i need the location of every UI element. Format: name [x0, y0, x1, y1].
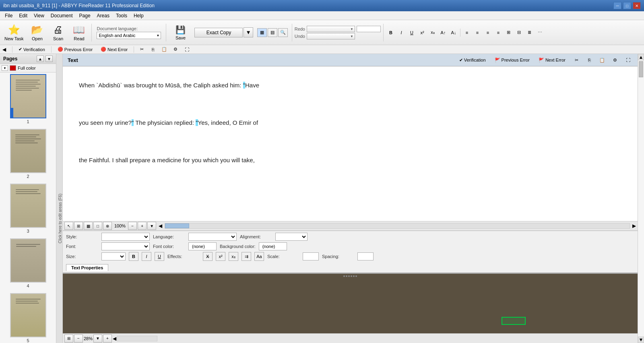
- zoom-dropdown-button[interactable]: ▼: [147, 222, 156, 230]
- rtl-button[interactable]: ⇉: [242, 252, 251, 261]
- language-select[interactable]: [188, 233, 237, 241]
- page-thumb-3[interactable]: 3: [2, 184, 54, 233]
- scan-horizontal-scrollbar[interactable]: [117, 336, 157, 341]
- alignment-select[interactable]: [275, 233, 308, 241]
- cut-button[interactable]: ✂: [137, 45, 146, 54]
- close-button[interactable]: ✕: [633, 2, 641, 9]
- bold-button[interactable]: B: [386, 28, 396, 37]
- align-center-button[interactable]: ≡: [473, 28, 482, 37]
- menu-areas[interactable]: Areas: [94, 12, 113, 19]
- paste-button[interactable]: 📋: [160, 45, 169, 54]
- scroll-up-button[interactable]: ▲: [638, 54, 644, 60]
- redo-extra-input[interactable]: [357, 26, 381, 32]
- header-settings-button[interactable]: ⚙: [610, 56, 620, 64]
- exact-copy-button[interactable]: Exact Copy: [194, 28, 243, 37]
- header-fullscreen-button[interactable]: ⛶: [623, 56, 633, 64]
- subscript-button[interactable]: x₂: [428, 28, 438, 37]
- menu-view[interactable]: View: [31, 12, 47, 19]
- text-properties-tab[interactable]: Text Properties: [66, 264, 108, 271]
- scan-zoom-in-button[interactable]: +: [103, 335, 112, 343]
- horizontal-scrollbar[interactable]: [165, 223, 630, 229]
- header-prev-error-button[interactable]: 🚩 Previous Error: [492, 57, 533, 64]
- bold-fmt-button[interactable]: B: [129, 252, 138, 261]
- text-tool-delete-button[interactable]: ⊗: [103, 222, 112, 230]
- spacing-input[interactable]: [357, 252, 374, 260]
- bg-color-display[interactable]: (none): [259, 242, 287, 250]
- font-select[interactable]: [101, 242, 150, 250]
- full-color-swatch[interactable]: [10, 65, 16, 71]
- page-thumb-5[interactable]: 5: [2, 293, 54, 343]
- text-tool-select-button[interactable]: ↖: [64, 222, 73, 230]
- superscript-button[interactable]: x²: [417, 28, 427, 37]
- scan-zoom-dropdown-button[interactable]: ▼: [93, 335, 102, 343]
- scan-zoom-out-button[interactable]: −: [74, 335, 83, 343]
- next-error-button[interactable]: 🔴 Next Error: [98, 46, 130, 53]
- save-button[interactable]: 💾 Save: [170, 22, 190, 43]
- open-button[interactable]: 📂 Open: [27, 22, 47, 43]
- scale-input[interactable]: [303, 252, 319, 260]
- italic-button[interactable]: I: [396, 28, 406, 37]
- pages-up-button[interactable]: ▲: [37, 56, 44, 62]
- smaller-button[interactable]: A↓: [449, 28, 458, 37]
- scan-button[interactable]: 🖨 Scan: [48, 22, 68, 43]
- menu-tools[interactable]: Tools: [113, 12, 130, 19]
- verification-button[interactable]: ✔ Verification: [16, 46, 48, 53]
- menu-page[interactable]: Page: [76, 12, 94, 19]
- color-dropdown-button[interactable]: ▼: [2, 65, 8, 71]
- menu-document[interactable]: Document: [47, 12, 76, 19]
- underline-fmt-button[interactable]: U: [155, 252, 164, 261]
- view-mode-3-button[interactable]: 🔍: [278, 28, 288, 37]
- pages-down-button[interactable]: ▼: [45, 56, 53, 62]
- align-left-button[interactable]: ≡: [462, 28, 472, 37]
- header-cut-button[interactable]: ✂: [572, 56, 581, 64]
- page-thumb-4[interactable]: 4: [2, 238, 54, 288]
- menu-help[interactable]: Help: [130, 12, 147, 19]
- copy-button[interactable]: ⎘: [149, 45, 157, 54]
- list-button[interactable]: ≣: [525, 28, 535, 37]
- right-scrollbar[interactable]: ▲ ▼: [638, 54, 644, 343]
- view-mode-2-button[interactable]: ▤: [268, 28, 277, 37]
- scroll-thumb-v[interactable]: [639, 61, 643, 77]
- read-button[interactable]: 📖 Read: [69, 22, 89, 43]
- header-copy-button[interactable]: ⎘: [584, 56, 594, 64]
- menu-edit[interactable]: Edit: [16, 12, 31, 19]
- bigger-button[interactable]: A↑: [438, 28, 448, 37]
- size-select[interactable]: [101, 252, 126, 260]
- zoom-plus-button[interactable]: +: [138, 222, 147, 230]
- text-tool-table-button[interactable]: ⊞: [74, 222, 83, 230]
- scan-tool-1-button[interactable]: ⊞: [64, 335, 73, 343]
- scroll-right-button[interactable]: ▶: [632, 223, 636, 229]
- outdent-button[interactable]: ⊟: [514, 28, 524, 37]
- header-verification-button[interactable]: ✔ Verification: [456, 57, 489, 64]
- header-next-error-button[interactable]: 🚩 Next Error: [536, 57, 568, 64]
- zoom-minus-button[interactable]: −: [128, 222, 137, 230]
- maximize-button[interactable]: □: [623, 2, 631, 9]
- style-select[interactable]: [101, 233, 150, 241]
- new-task-button[interactable]: ⭐ New Task: [2, 22, 26, 43]
- scroll-left-button[interactable]: ◀: [159, 223, 162, 229]
- page-thumb-1[interactable]: 1: [2, 74, 54, 124]
- doc-lang-select[interactable]: English and Arabic: [97, 32, 161, 39]
- page-thumb-2[interactable]: 2: [2, 129, 54, 179]
- ltr-button[interactable]: Aa: [254, 252, 264, 261]
- italic-fmt-button[interactable]: I: [142, 252, 151, 261]
- indent-button[interactable]: ⊞: [504, 28, 514, 37]
- scroll-thumb[interactable]: [165, 223, 189, 228]
- more-fmt-button[interactable]: ⋯: [535, 28, 545, 37]
- superscript-fmt-button[interactable]: x²: [216, 252, 225, 261]
- strikethrough-button[interactable]: X̶: [203, 252, 213, 261]
- underline-button[interactable]: U: [407, 28, 417, 37]
- undo-input[interactable]: [307, 33, 355, 39]
- scan-scroll-left-button[interactable]: ◀: [113, 336, 116, 341]
- options-button[interactable]: ⚙: [171, 45, 180, 54]
- redo-input[interactable]: [307, 26, 355, 32]
- header-paste-button[interactable]: 📋: [597, 56, 607, 64]
- font-color-display[interactable]: (none): [188, 242, 217, 250]
- fullscreen-button[interactable]: ⛶: [182, 45, 191, 54]
- text-tool-frame-button[interactable]: □: [93, 222, 102, 230]
- view-mode-1-button[interactable]: ▦: [257, 28, 267, 37]
- exact-copy-dropdown-button[interactable]: ▼: [244, 27, 253, 37]
- text-tool-cols-button[interactable]: ▦: [84, 222, 93, 230]
- collapse-bar[interactable]: Click here to edit areas (F6): [56, 54, 63, 343]
- justify-button[interactable]: ≡: [493, 28, 503, 37]
